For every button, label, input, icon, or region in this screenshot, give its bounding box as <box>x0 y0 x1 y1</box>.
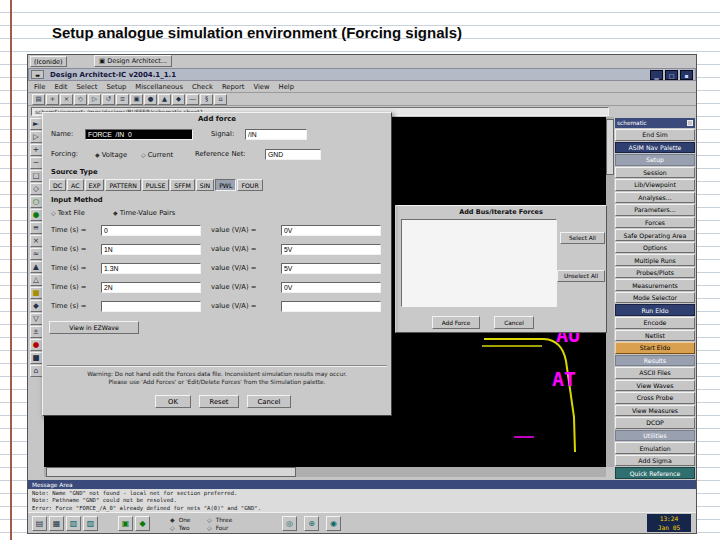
name-field[interactable] <box>85 129 193 140</box>
tab-dc[interactable]: DC <box>49 179 66 191</box>
palette-quick-reference[interactable]: Quick Reference <box>615 467 695 479</box>
tool-probe-icon[interactable]: ○ <box>30 196 43 208</box>
palette-measurements[interactable]: Measurements <box>615 279 695 291</box>
palette-parameters[interactable]: Parameters... <box>615 204 695 216</box>
tool-check-icon[interactable]: ● <box>30 209 43 221</box>
menu-view[interactable]: View <box>253 83 269 91</box>
tool-home-icon[interactable]: ⌂ <box>30 365 43 377</box>
iconified-window-button[interactable]: (Iconide) <box>30 56 67 67</box>
status-grid-icon[interactable]: ▦ <box>49 516 64 531</box>
tool-select-icon[interactable]: ► <box>30 118 43 130</box>
palette-forces[interactable]: Forces <box>615 217 695 229</box>
tool-net-icon[interactable]: ◇ <box>30 183 43 195</box>
value-field-4[interactable] <box>281 282 381 293</box>
tool-stop-icon[interactable]: ● <box>30 339 43 351</box>
toolbar-home-icon[interactable]: ⌂ <box>214 94 227 105</box>
menu-select[interactable]: Select <box>77 83 98 91</box>
tool-wire-icon[interactable]: ─ <box>30 157 43 169</box>
palette-view-waves[interactable]: View Waves <box>615 380 695 392</box>
target-icon[interactable]: ⊕ <box>304 516 319 531</box>
sheet-option-four[interactable]: ◇Four <box>207 524 244 532</box>
time-field-4[interactable] <box>101 282 201 293</box>
signal-field[interactable] <box>245 129 307 140</box>
palette-ascii-files[interactable]: ASCII Files <box>615 367 695 379</box>
time-value-pairs-radio[interactable]: ◆Time-Value Pairs <box>113 207 175 218</box>
time-field-2[interactable] <box>101 244 201 255</box>
menu-setup[interactable]: Setup <box>107 83 127 91</box>
record-icon[interactable]: ◉ <box>326 516 341 531</box>
status-sheet-icon[interactable]: ▧ <box>66 516 81 531</box>
view-in-ezwave-button[interactable]: View in EZWave <box>49 321 139 334</box>
vertical-scroll-thumb[interactable] <box>606 119 614 175</box>
palette-safe-operating-area[interactable]: Safe Operating Area <box>615 229 695 241</box>
horizontal-scroll-thumb[interactable] <box>46 467 296 477</box>
tool-add-icon[interactable]: + <box>30 144 43 156</box>
menu-miscellaneous[interactable]: Miscellaneous <box>135 83 183 91</box>
message-area-titlebar[interactable]: Message Area <box>28 480 696 489</box>
status-mode-icon[interactable]: ◆ <box>135 516 150 531</box>
status-layer-icon[interactable]: ▨ <box>83 516 98 531</box>
toolbar-run-icon[interactable]: ▷ <box>88 94 101 105</box>
toolbar-up-icon[interactable]: ▲ <box>158 94 171 105</box>
tool-delete-icon[interactable]: × <box>30 235 43 247</box>
tool-list-icon[interactable]: ≡ <box>30 222 43 234</box>
current-radio[interactable]: ◇Current <box>141 149 173 160</box>
select-all-button[interactable]: Select All <box>560 232 605 244</box>
menu-file[interactable]: File <box>34 83 45 91</box>
tool-fill-icon[interactable]: ■ <box>30 287 43 299</box>
value-field-5[interactable] <box>281 301 381 312</box>
palette-encode[interactable]: Encode <box>615 317 695 329</box>
sheet-option-two[interactable]: ◇Two <box>170 524 207 532</box>
time-field-5[interactable] <box>101 301 201 312</box>
palette-netlist[interactable]: Netlist <box>615 330 695 342</box>
palette-mode-selector[interactable]: Mode Selector <box>615 292 695 304</box>
value-field-2[interactable] <box>281 244 381 255</box>
menu-check[interactable]: Check <box>192 83 213 91</box>
voltage-radio[interactable]: ◆Voltage <box>95 149 127 160</box>
tool-plusminus-icon[interactable]: ± <box>30 326 43 338</box>
tab-pulse[interactable]: PULSE <box>142 179 170 191</box>
tab-four[interactable]: FOUR <box>237 179 262 191</box>
toolbar-connect-icon[interactable]: ◇ <box>74 94 87 105</box>
menu-edit[interactable]: Edit <box>54 83 67 91</box>
toolbar-add-icon[interactable]: + <box>46 94 59 105</box>
ok-button[interactable]: OK <box>155 395 191 408</box>
reset-button[interactable]: Reset <box>199 395 239 408</box>
palette-cross-probe[interactable]: Cross Probe <box>615 392 695 404</box>
palette-emulation[interactable]: Emulation <box>615 442 695 454</box>
text-file-radio[interactable]: ◇Text File <box>51 207 85 218</box>
menu-report[interactable]: Report <box>222 83 245 91</box>
tab-sffm[interactable]: SFFM <box>170 179 194 191</box>
palette-start-eldo[interactable]: Start Eldo <box>615 342 695 354</box>
unselect-all-button[interactable]: Unselect All <box>557 270 605 282</box>
palette-view-measures[interactable]: View Measures <box>615 405 695 417</box>
message-area[interactable]: Note: Name "GND" not found - local net f… <box>28 489 696 512</box>
toolbar-wire-icon[interactable]: ― <box>186 94 199 105</box>
tool-block-icon[interactable]: ■ <box>30 352 43 364</box>
reference-net-field[interactable] <box>265 149 321 160</box>
status-notes-icon[interactable]: ▤ <box>32 516 47 531</box>
time-field-3[interactable] <box>101 263 201 274</box>
tool-wave-icon[interactable]: ≈ <box>30 248 43 260</box>
tool-box-icon[interactable]: □ <box>30 170 43 182</box>
toolbar-grid-icon[interactable]: ▣ <box>130 94 143 105</box>
horizontal-scrollbar[interactable] <box>44 467 606 477</box>
tab-exp[interactable]: EXP <box>85 179 105 191</box>
palette-dcop[interactable]: DCOP <box>615 417 695 429</box>
minimize-icon[interactable]: ▁ <box>650 70 663 80</box>
cancel-button[interactable]: Cancel <box>247 395 291 408</box>
status-snap-icon[interactable]: ▣ <box>118 516 133 531</box>
tool-down-icon[interactable]: ▽ <box>30 313 43 325</box>
bus-signal-list[interactable] <box>401 219 557 307</box>
palette-probes-plots[interactable]: Probes/Plots <box>615 267 695 279</box>
tab-pwl[interactable]: PWL <box>215 179 236 191</box>
window-menu-icon[interactable]: ▬ <box>31 70 44 79</box>
toolbar-open-icon[interactable]: ▤ <box>32 94 45 105</box>
palette-add-sigma[interactable]: Add Sigma <box>615 455 695 467</box>
palette-lib-viewpoint[interactable]: Lib/Viewpoint <box>615 179 695 191</box>
bus-add-force-button[interactable]: Add Force <box>432 316 480 329</box>
palette-end-sim[interactable]: End Sim <box>615 129 695 141</box>
tool-diamond-icon[interactable]: ◆ <box>30 300 43 312</box>
value-field-3[interactable] <box>281 263 381 274</box>
palette-session[interactable]: Session <box>615 167 695 179</box>
